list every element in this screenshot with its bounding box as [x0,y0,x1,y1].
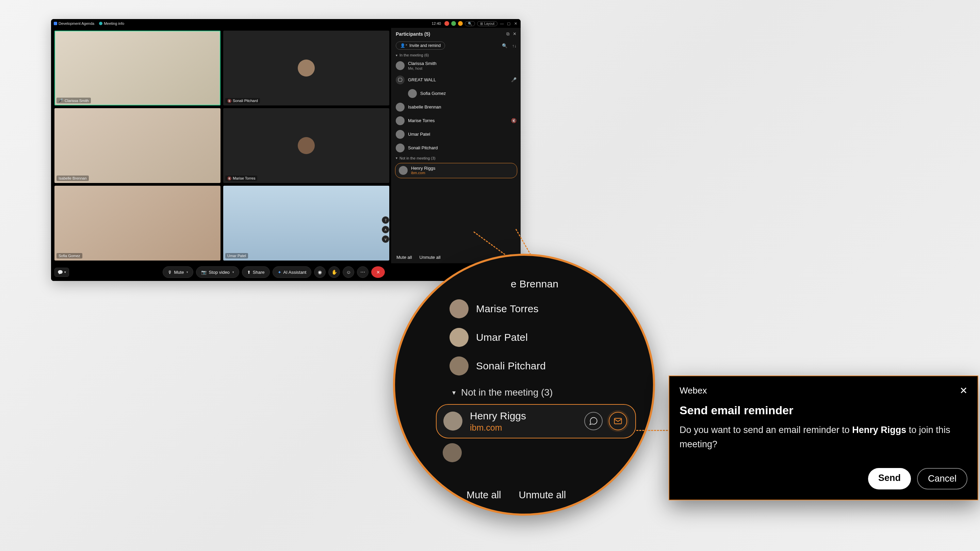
participant-row[interactable]: Isabelle Brennan [392,100,520,114]
participant-row[interactable]: Sofia Gomez [392,87,520,100]
participants-title: Participants (5) [396,31,430,37]
share-button[interactable]: ⬆Share [242,266,270,278]
mic-icon: 🎤 [59,98,63,103]
popout-icon[interactable]: ⧉ [506,31,509,37]
participant-row[interactable]: Sonali Pitchard [392,141,520,155]
ai-label: AI Assistant [283,270,307,275]
avatar [396,61,404,70]
participant-row[interactable]: Umar Patel [392,127,520,141]
participant-name: Marise Torres [476,303,539,314]
participant-row[interactable]: Marise Torres 🔇 [392,114,520,127]
video-tile[interactable]: Isabelle Brennan [54,108,221,183]
camera-icon: 📷 [201,270,207,275]
tile-name: Umar Patel [227,254,246,258]
raise-hand-button[interactable]: ✋ [328,266,340,278]
window-maximize[interactable]: ▢ [506,21,511,26]
ai-assistant-button[interactable]: ✦AI Assistant [272,266,312,278]
section-label: In the meeting (6) [399,53,429,57]
stop-video-button[interactable]: 📷Stop video▾ [196,266,239,278]
search-icon[interactable]: 🔍 [502,43,508,48]
mute-all-button[interactable]: Mute all [466,489,501,501]
video-tile[interactable]: Umar Patel [223,186,389,260]
video-tile[interactable]: 🔇Marise Torres [223,108,389,183]
participant-name: Henry Riggs [470,410,526,422]
agenda-label: Development Agenda [59,21,94,25]
video-tile[interactable]: Sofia Gomez [54,186,221,260]
avatar [396,103,404,111]
meeting-window: Development Agenda Meeting info 12:40 🔍 … [51,19,520,281]
participant-name: Umar Patel [476,332,528,343]
window-close[interactable]: ✕ [513,21,518,26]
share-icon: ⬆ [247,270,251,275]
chat-icon[interactable] [584,412,603,430]
ai-icon: ✦ [278,270,282,275]
video-tile[interactable]: 🎤Clarissa Smith [54,30,221,105]
unmute-all-button[interactable]: Unmute all [519,489,566,501]
mic-off-icon: 🔇 [511,118,517,123]
participant-sub: Me, host [408,66,437,71]
window-minimize[interactable]: — [500,21,504,26]
mic-off-icon: 🔇 [227,176,231,180]
avatar [298,60,315,76]
avatar [450,356,469,375]
window-titlebar: Development Agenda Meeting info 12:40 🔍 … [51,19,520,28]
avatar [450,299,469,318]
scroll-down-button[interactable]: ∨ [382,235,389,243]
avatar [396,143,404,152]
callout-connector [636,430,674,431]
cc-button[interactable]: 💬 ▾ [54,268,69,277]
meeting-time: 12:40 [431,21,441,25]
search-pill[interactable]: 🔍 [465,21,475,26]
list-item[interactable]: Umar Patel [395,323,653,352]
unmute-all-button[interactable]: Unmute all [420,255,441,260]
tile-name: Clarissa Smith [65,98,89,103]
cancel-button[interactable]: Cancel [917,468,967,489]
participant-row-highlighted[interactable]: Henry Riggs ibm.com [436,404,636,438]
chevron-down-icon: ▾ [396,156,398,160]
device-icon: 🖵 [396,76,404,84]
dialog-app-name: Webex [679,385,707,396]
section-in-meeting[interactable]: ▾In the meeting (6) [392,52,520,59]
record-button[interactable]: ◉ [314,266,326,278]
invite-and-remind-button[interactable]: 👤⁺ Invite and remind [396,41,445,50]
dialog-body: Do you want to send an email reminder to… [679,423,967,452]
section-label: Not in the meeting (3) [461,387,553,398]
participants-panel: Participants (5) ⧉ ✕ 👤⁺ Invite and remin… [391,28,520,263]
close-icon[interactable]: ✕ [513,31,517,37]
video-tile[interactable]: 🔇Sonali Pitchard [223,30,389,105]
mute-all-button[interactable]: Mute all [396,255,412,260]
stop-video-label: Stop video [208,270,229,275]
participant-row[interactable]: Clarissa SmithMe, host [392,59,520,73]
participant-name: Umar Patel [408,132,430,137]
list-item[interactable]: Marise Torres [395,295,653,323]
mail-icon[interactable] [609,412,627,430]
person-plus-icon: 👤⁺ [400,43,407,48]
dialog-body-text: Do you want to send an email reminder to [679,425,852,435]
send-button[interactable]: Send [868,468,911,489]
tab-meeting-info[interactable]: Meeting info [99,21,124,25]
more-options-button[interactable]: ⋯ [357,266,369,278]
swap-view-button[interactable]: ⇪ [382,216,389,224]
mute-button[interactable]: 🎙Mute▾ [163,266,194,278]
share-label: Share [253,270,265,275]
participant-row-highlighted[interactable]: Henry Riggsibm.com [395,163,517,178]
avatar [443,443,462,462]
list-item[interactable]: Sonali Pitchard [395,352,653,380]
end-call-button[interactable]: ✕ [371,266,385,278]
list-item[interactable] [395,438,653,462]
tile-name: Marise Torres [233,176,255,180]
layout-button[interactable]: ⊞ Layout [477,21,498,26]
scroll-up-button[interactable]: ∧ [382,226,389,233]
participant-name: Sonali Pitchard [476,360,546,372]
section-not-in-meeting[interactable]: ▾ Not in the meeting (3) [395,380,653,402]
reactions-button[interactable]: ☺ [343,266,354,278]
section-label: Not in the meeting (3) [399,156,436,160]
sort-icon[interactable]: ↑↓ [512,43,517,48]
section-not-in-meeting[interactable]: ▾Not in the meeting (3) [392,155,520,162]
avatar [298,137,315,154]
participant-row[interactable]: 🖵 GREAT WALL 🎤 [392,73,520,87]
tab-development-agenda[interactable]: Development Agenda [54,21,94,25]
tile-name: Sofia Gomez [59,254,80,258]
avatar [450,328,469,347]
close-icon[interactable]: ✕ [959,385,967,396]
